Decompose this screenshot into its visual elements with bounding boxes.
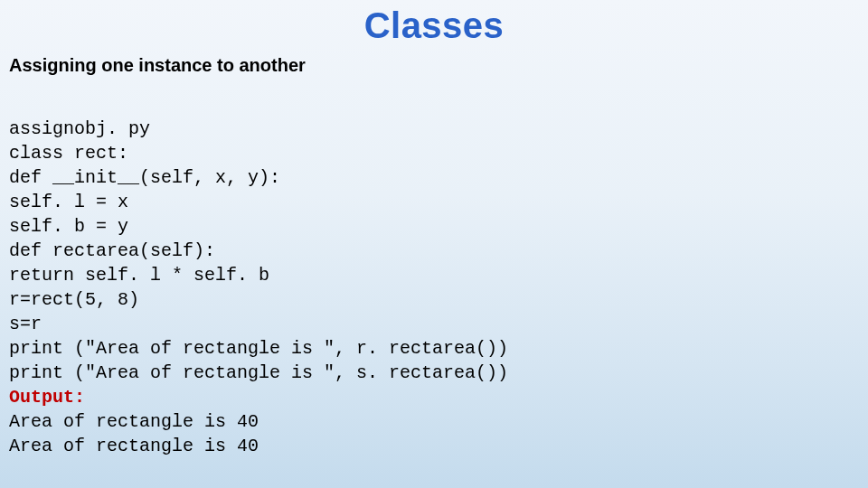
code-line: self. b = y bbox=[9, 216, 128, 237]
slide: Classes Assigning one instance to anothe… bbox=[0, 0, 868, 488]
slide-title: Classes bbox=[9, 5, 859, 46]
output-label: Output: bbox=[9, 387, 85, 408]
code-line: self. l = x bbox=[9, 192, 128, 212]
code-block: assignobj. py class rect: def __init__(s… bbox=[9, 92, 859, 458]
code-line: return self. l * self. b bbox=[9, 265, 269, 286]
code-line: print ("Area of rectangle is ", s. recta… bbox=[9, 362, 508, 383]
code-line: class rect: bbox=[9, 143, 128, 164]
output-line: Area of rectangle is 40 bbox=[9, 436, 259, 456]
slide-subtitle: Assigning one instance to another bbox=[9, 55, 859, 76]
code-line: def __init__(self, x, y): bbox=[9, 167, 280, 188]
code-line: def rectarea(self): bbox=[9, 240, 215, 261]
code-line: print ("Area of rectangle is ", r. recta… bbox=[9, 338, 508, 359]
code-line: s=r bbox=[9, 314, 42, 334]
output-line: Area of rectangle is 40 bbox=[9, 411, 259, 432]
code-line: r=rect(5, 8) bbox=[9, 289, 139, 310]
code-line: assignobj. py bbox=[9, 118, 150, 139]
